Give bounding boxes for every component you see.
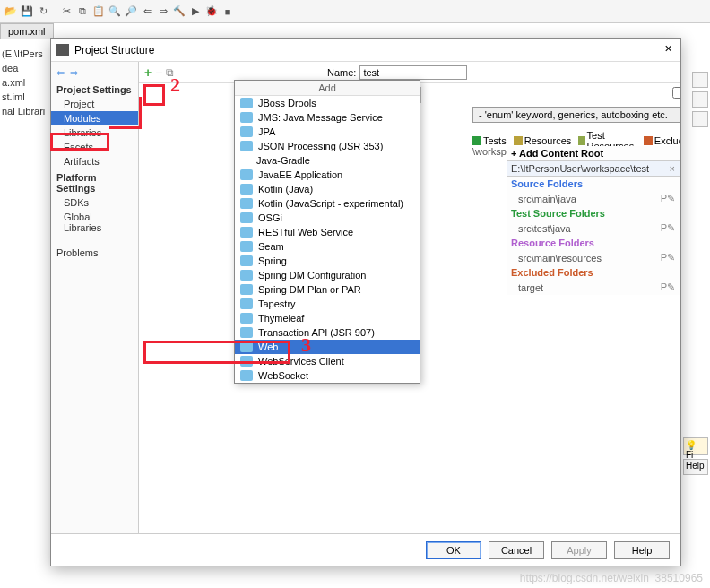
popup-item[interactable]: JSON Processing (JSR 353)	[235, 139, 420, 153]
framework-icon	[240, 141, 253, 151]
sidebar-item-sdks[interactable]: SDKs	[51, 195, 138, 210]
popup-item-label: JSON Processing (JSR 353)	[258, 141, 383, 151]
sidebar-item-facets[interactable]: Facets	[51, 140, 138, 154]
section-platform-settings: Platform Settings	[51, 169, 138, 195]
framework-icon	[240, 241, 253, 252]
apply-button[interactable]: Apply	[551, 541, 607, 559]
framework-icon	[240, 270, 253, 281]
popup-item[interactable]: Tapestry	[235, 297, 420, 311]
framework-icon	[240, 126, 253, 137]
popup-item[interactable]: Spring DM Configuration	[235, 268, 420, 282]
annotation-arrow	[139, 97, 142, 129]
edit-icon[interactable]: P✎	[659, 281, 677, 293]
edit-icon[interactable]: P✎	[659, 252, 677, 264]
name-input[interactable]	[359, 65, 467, 80]
framework-icon	[240, 227, 253, 238]
sidebar-item-modules[interactable]: Modules	[51, 111, 138, 125]
editor-tab[interactable]: pom.xml	[0, 23, 54, 39]
folder-path[interactable]: src\main\javaP✎	[507, 191, 680, 206]
popup-item[interactable]: JBoss Drools	[235, 96, 420, 110]
stop-icon[interactable]: ■	[221, 4, 235, 19]
popup-item[interactable]: Thymeleaf	[235, 311, 420, 325]
popup-item[interactable]: Transaction API (JSR 907)	[235, 325, 420, 340]
add-button[interactable]: +	[144, 65, 152, 80]
gutter-icon[interactable]	[692, 91, 708, 108]
popup-item-label: Spring	[258, 255, 287, 266]
popup-item-label: JBoss Drools	[258, 98, 316, 108]
ok-button[interactable]: OK	[426, 541, 481, 559]
folder-path[interactable]: targetP✎	[507, 280, 680, 295]
popup-item-label: WebServices Client	[258, 356, 344, 367]
framework-icon	[240, 327, 253, 338]
refresh-icon[interactable]: ↻	[36, 4, 50, 19]
framework-icon	[240, 112, 253, 123]
edit-icon[interactable]: P✎	[659, 193, 677, 204]
popup-item[interactable]: Seam	[235, 239, 420, 254]
content-root-path[interactable]: E:\ItPersonUser\workspace\test ×	[507, 160, 680, 177]
popup-item[interactable]: JMS: Java Message Service	[235, 110, 420, 125]
paste-icon[interactable]: 📋	[91, 4, 106, 19]
popup-item[interactable]: Spring	[235, 254, 420, 268]
popup-item[interactable]: OSGi	[235, 211, 420, 225]
close-button[interactable]: ✕	[661, 43, 675, 57]
popup-title: Add	[235, 81, 420, 96]
popup-item[interactable]: JavaEE Application	[235, 168, 420, 182]
sidebar-item-project[interactable]: Project	[51, 97, 138, 111]
remove-root-icon[interactable]: ×	[668, 163, 677, 174]
copy-icon[interactable]: ⧉	[75, 4, 90, 19]
popup-item[interactable]: JPA	[235, 125, 420, 139]
fwd-icon[interactable]: ⇒	[156, 4, 170, 19]
popup-item[interactable]: Kotlin (Java)	[235, 182, 420, 196]
framework-icon	[240, 298, 253, 309]
language-level-select[interactable]: - 'enum' keyword, generics, autoboxing e…	[472, 107, 680, 123]
sidebar-item-problems[interactable]: Problems	[51, 246, 138, 260]
folder-path[interactable]: src\main\resourcesP✎	[507, 250, 680, 265]
popup-item[interactable]: WebSocket	[235, 368, 420, 383]
edit-icon[interactable]: P✎	[659, 222, 677, 234]
run-icon[interactable]: ▶	[188, 4, 203, 19]
popup-item[interactable]: WebServices Client	[235, 354, 420, 368]
help-button[interactable]: Help	[614, 541, 670, 559]
popup-item[interactable]: Java-Gradle	[235, 153, 420, 168]
folder-group-header: Test Source Folders	[507, 206, 680, 220]
popup-item-label: WebSocket	[258, 370, 308, 381]
popup-item-label: Java-Gradle	[256, 155, 310, 166]
folder-group-header: Source Folders	[507, 177, 680, 191]
back-icon[interactable]: ⇐	[140, 4, 154, 19]
sidebar-item-global-libs[interactable]: Global Libraries	[51, 210, 138, 235]
framework-icon	[240, 169, 253, 180]
add-content-root[interactable]: + Add Content Root	[507, 146, 680, 160]
gutter-icon[interactable]	[692, 111, 708, 127]
popup-item[interactable]: Kotlin (JavaScript - experimental)	[235, 196, 420, 211]
zoom-out-icon[interactable]: 🔎	[124, 4, 138, 19]
build-icon[interactable]: 🔨	[172, 4, 186, 19]
help-hint[interactable]: Help	[683, 459, 708, 475]
cut-icon[interactable]: ✂	[59, 4, 74, 19]
sidebar-item-artifacts[interactable]: Artifacts	[51, 154, 138, 169]
popup-item[interactable]: RESTful Web Service	[235, 225, 420, 239]
gutter-icon[interactable]	[692, 72, 708, 88]
find-hint[interactable]: 💡 Fi	[683, 437, 708, 455]
titlebar: Project Structure ✕	[51, 39, 680, 62]
name-row: Name:	[327, 65, 467, 80]
popup-item-label: Kotlin (Java)	[258, 184, 313, 195]
open-icon[interactable]: 📂	[4, 4, 18, 19]
remove-button[interactable]: −	[155, 65, 162, 80]
cancel-button[interactable]: Cancel	[489, 541, 544, 559]
debug-icon[interactable]: 🐞	[204, 4, 219, 19]
popup-item-label: Seam	[258, 241, 284, 252]
name-label: Name:	[327, 67, 356, 78]
watermark: https://blog.csdn.net/weixin_38510965	[520, 572, 703, 584]
share-checkbox[interactable]: Shar	[672, 87, 680, 100]
nav-fwd-icon[interactable]: ⇒	[70, 67, 78, 79]
zoom-in-icon[interactable]: 🔍	[108, 4, 122, 19]
popup-item[interactable]: Spring DM Plan or PAR	[235, 282, 420, 297]
nav-back-icon[interactable]: ⇐	[56, 67, 65, 79]
section-project-settings: Project Settings	[51, 81, 138, 97]
save-icon[interactable]: 💾	[20, 4, 34, 19]
project-structure-dialog: Project Structure ✕ ⇐ ⇒ Project Settings…	[50, 38, 681, 566]
folder-path[interactable]: src\test\javaP✎	[507, 220, 680, 236]
share-check[interactable]	[672, 87, 680, 99]
popup-item[interactable]: Web	[235, 340, 420, 354]
framework-icon	[240, 198, 253, 209]
